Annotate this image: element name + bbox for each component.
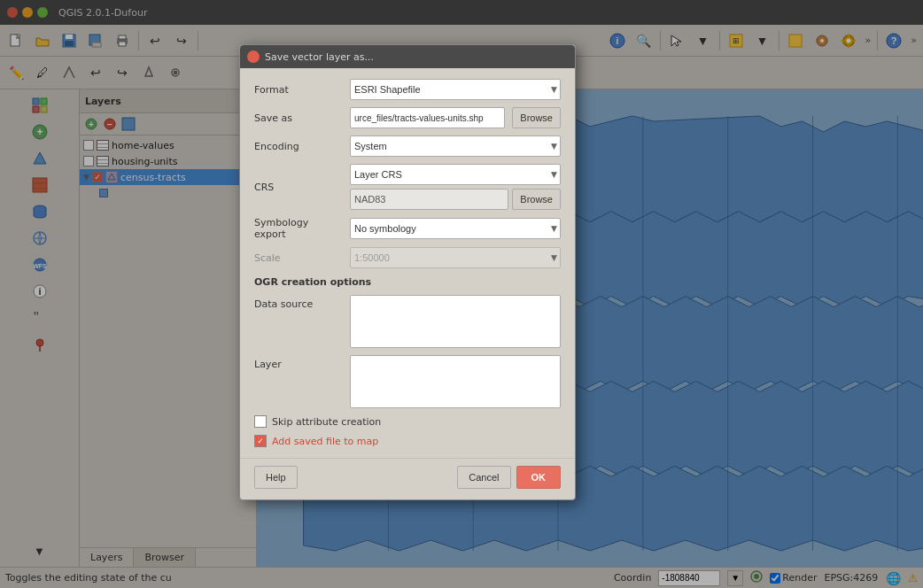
scale-row: Scale 1:50000 ▼ bbox=[254, 247, 561, 268]
dialog-title-bar: Save vector layer as... bbox=[240, 45, 575, 68]
crs-select-wrapper: Layer CRS Project CRS Selected CRS ▼ bbox=[350, 164, 561, 185]
add-saved-file-checkbox[interactable]: ✓ bbox=[254, 435, 267, 447]
skip-attribute-row: Skip attribute creation bbox=[254, 415, 561, 428]
encoding-label: Encoding bbox=[254, 141, 343, 152]
dialog-close-btn[interactable] bbox=[247, 50, 260, 63]
scale-label: Scale bbox=[254, 252, 343, 264]
save-as-browse-btn[interactable]: Browse bbox=[512, 107, 561, 128]
crs-row: CRS Layer CRS Project CRS Selected CRS ▼ bbox=[254, 164, 561, 210]
crs-browse-btn[interactable]: Browse bbox=[512, 189, 561, 210]
encoding-select-wrapper: System UTF-8 ▼ bbox=[350, 135, 561, 157]
symbology-select[interactable]: No symbology Feature symbology bbox=[350, 218, 561, 239]
data-source-label: Data source bbox=[254, 295, 343, 310]
add-saved-file-row: ✓ Add saved file to map bbox=[254, 435, 561, 447]
scale-select-wrapper: 1:50000 ▼ bbox=[350, 247, 561, 268]
crs-label: CRS bbox=[254, 182, 343, 193]
scale-select[interactable]: 1:50000 bbox=[350, 247, 561, 268]
format-select-wrapper: ESRI Shapefile GeoJSON KML ▼ bbox=[350, 79, 561, 100]
data-source-textarea[interactable] bbox=[350, 295, 561, 348]
ogr-section-title: OGR creation options bbox=[254, 276, 371, 288]
save-as-row: Save as Browse bbox=[254, 107, 561, 128]
symbology-label: Symbology export bbox=[254, 217, 343, 240]
help-button[interactable]: Help bbox=[254, 466, 298, 489]
format-row: Format ESRI Shapefile GeoJSON KML ▼ bbox=[254, 79, 561, 100]
cancel-button[interactable]: Cancel bbox=[457, 466, 510, 489]
layer-textarea[interactable] bbox=[350, 355, 561, 408]
data-source-row: Data source bbox=[254, 295, 561, 348]
dialog-footer: Help Cancel OK bbox=[240, 458, 575, 499]
save-as-label: Save as bbox=[254, 112, 343, 124]
symbology-select-wrapper: No symbology Feature symbology ▼ bbox=[350, 218, 561, 239]
format-label: Format bbox=[254, 84, 343, 96]
encoding-row: Encoding System UTF-8 ▼ bbox=[254, 135, 561, 157]
dialog-body: Format ESRI Shapefile GeoJSON KML ▼ Save… bbox=[240, 68, 575, 458]
skip-attribute-label: Skip attribute creation bbox=[272, 416, 381, 428]
modal-overlay: Save vector layer as... Format ESRI Shap… bbox=[0, 0, 923, 588]
skip-attribute-checkbox[interactable] bbox=[254, 415, 267, 428]
dialog-title: Save vector layer as... bbox=[265, 51, 568, 63]
add-saved-file-label: Add saved file to map bbox=[272, 436, 378, 447]
qgis-main-window: QGIS 2.0.1-Dufour ↩ ↪ bbox=[0, 0, 923, 588]
ok-button[interactable]: OK bbox=[516, 466, 562, 489]
save-as-input[interactable] bbox=[350, 107, 505, 128]
layer-row: Layer bbox=[254, 355, 561, 408]
crs-inputs: Layer CRS Project CRS Selected CRS ▼ Bro… bbox=[350, 164, 561, 210]
encoding-select[interactable]: System UTF-8 bbox=[350, 135, 561, 157]
layer-label: Layer bbox=[254, 355, 343, 370]
save-vector-dialog: Save vector layer as... Format ESRI Shap… bbox=[239, 44, 576, 500]
crs-value-row: Browse bbox=[350, 189, 561, 210]
crs-type-select[interactable]: Layer CRS Project CRS Selected CRS bbox=[350, 164, 561, 185]
format-select[interactable]: ESRI Shapefile GeoJSON KML bbox=[350, 79, 561, 100]
crs-value-input[interactable] bbox=[350, 189, 508, 210]
symbology-row: Symbology export No symbology Feature sy… bbox=[254, 217, 561, 240]
ogr-section-header: OGR creation options bbox=[254, 275, 561, 288]
